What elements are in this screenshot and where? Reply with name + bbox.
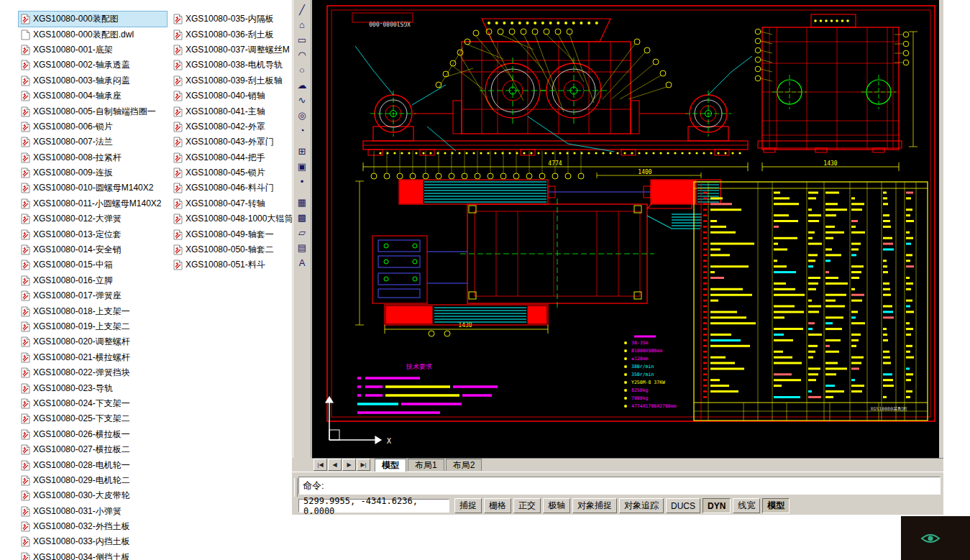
file-item[interactable]: XGS10080-030-大皮带轮 — [19, 488, 167, 503]
status-button-label: 正交 — [518, 500, 536, 512]
file-item[interactable]: XGS10080-034-侧挡土板 — [19, 550, 167, 560]
file-item[interactable]: XGS10080-000装配图 — [19, 12, 167, 27]
file-item[interactable]: XGS10080-031-小弹簧 — [19, 504, 167, 519]
file-item[interactable]: XGS10080-042-外罩 — [171, 119, 298, 134]
coordinate-readout[interactable]: 5299.9955, -4341.6236, 0.0000 — [298, 499, 449, 513]
tool-table[interactable]: ▤ — [294, 240, 310, 255]
file-item[interactable]: XGS10080-020-调整螺杆 — [19, 334, 167, 349]
file-item[interactable]: XGS10080-049-轴套一 — [171, 226, 298, 242]
file-item[interactable]: XGS10080-011-小圆螺母M140X2 — [19, 196, 167, 211]
tab-model[interactable]: 模型 — [375, 459, 406, 472]
file-item[interactable]: XGS10080-047-转轴 — [171, 196, 298, 211]
status-lwt[interactable]: 线宽 — [733, 498, 760, 513]
tool-insert-block[interactable]: ⊞ — [294, 144, 310, 159]
tool-ellipse-arc[interactable]: ◔ — [294, 123, 310, 138]
tool-revcloud[interactable]: ☁ — [294, 78, 310, 93]
status-dyn[interactable]: DYN — [703, 498, 731, 513]
file-item[interactable]: XGS10080-014-安全销 — [19, 242, 167, 257]
tool-ellipse[interactable]: ◎ — [294, 108, 310, 123]
file-item[interactable]: XGS10080-045-锁片 — [171, 165, 298, 180]
status-snap[interactable]: 捕捉 — [454, 498, 482, 513]
status-grid[interactable]: 栅格 — [484, 498, 511, 513]
file-item[interactable]: XGS10080-006-锁片 — [19, 119, 167, 134]
file-item[interactable]: XGS10080-041-主轴 — [171, 104, 298, 119]
file-item[interactable]: XGS10080-016-立脚 — [19, 273, 167, 288]
file-item[interactable]: XGS10080-023-导轨 — [19, 380, 167, 395]
file-item[interactable]: XGS10080-010-圆螺母M140X2 — [19, 180, 167, 196]
file-name: XGS10080-026-横拉板一 — [33, 428, 130, 441]
file-item[interactable]: XGS10080-036-刮土板 — [171, 27, 298, 42]
command-line[interactable]: 命令: — [298, 477, 941, 495]
file-item[interactable]: XGS10080-008-拉紧杆 — [19, 150, 167, 165]
file-item[interactable]: XGS10080-043-外罩门 — [171, 134, 298, 150]
drawing-canvas[interactable]: XGS10080-000 4774 1400 1430 1430 技术要求 XG… — [312, 0, 939, 458]
file-item[interactable]: XGS10080-004-轴承座 — [19, 88, 167, 104]
file-item[interactable]: XGS10080-005-自制轴端挡圈一 — [19, 104, 167, 119]
file-item[interactable]: XGS10080-032-外挡土板 — [19, 519, 167, 534]
file-item[interactable]: XGS10080-022-弹簧挡块 — [19, 365, 167, 380]
status-model[interactable]: 模型 — [762, 498, 790, 513]
status-otrack[interactable]: 对象追踪 — [619, 498, 664, 513]
file-item[interactable]: XGS10080-002-轴承透盖 — [19, 58, 167, 73]
file-item[interactable]: XGS10080-015-中箱 — [19, 257, 167, 272]
file-item[interactable]: XGS10080-009-连扳 — [19, 165, 167, 180]
file-item[interactable]: XGS10080-037-调整螺丝M — [171, 42, 298, 58]
dwg-file-icon — [21, 521, 30, 532]
tool-gradient[interactable]: ▩ — [294, 210, 310, 225]
tool-sep2[interactable] — [294, 189, 310, 195]
tab-group: 模型 布局1 布局2 — [373, 459, 482, 472]
dwg-file-icon — [21, 490, 30, 501]
file-item[interactable]: XGS10080-040-销轴 — [171, 88, 298, 104]
file-item[interactable]: XGS10080-044-把手 — [171, 150, 298, 165]
file-item[interactable]: XGS10080-039-刮土板轴 — [171, 73, 298, 88]
file-item[interactable]: XGS10080-046-料斗门 — [171, 180, 298, 196]
tabnav-first[interactable]: |◀ — [314, 459, 327, 471]
tool-hatch[interactable]: ▦ — [294, 195, 310, 210]
file-item[interactable]: XGS10080-012-大弹簧 — [19, 211, 167, 226]
tool-circle[interactable]: ○ — [294, 63, 310, 78]
file-item[interactable]: XGS10080-038-电机导轨 — [171, 58, 298, 73]
tool-arc[interactable]: ◠ — [294, 47, 310, 63]
file-item[interactable]: XGS10080-024-下支架一 — [19, 396, 167, 411]
tool-spline[interactable]: ∿ — [294, 93, 310, 108]
status-ducs[interactable]: DUCS — [666, 498, 700, 513]
status-osnap[interactable]: 对象捕捉 — [572, 498, 617, 513]
file-item[interactable]: XGS10080-003-轴承闷盖 — [19, 73, 167, 88]
file-item[interactable]: XGS10080-050-轴套二 — [171, 242, 298, 257]
file-item[interactable]: XGS10080-019-上支架二 — [19, 319, 167, 334]
tool-rectangle[interactable]: ▭ — [294, 32, 310, 47]
file-item[interactable]: XGS10080-017-弹簧座 — [19, 288, 167, 303]
file-item[interactable]: XGS10080-000装配图.dwl — [19, 27, 167, 42]
file-item[interactable]: XGS10080-021-横拉螺杆 — [19, 350, 167, 365]
file-item[interactable]: XGS10080-035-内隔板 — [171, 12, 298, 27]
tool-polygon[interactable]: ⌂ — [294, 17, 310, 32]
file-item[interactable]: XGS10080-029-电机轮二 — [19, 473, 167, 488]
file-item[interactable]: XGS10080-007-法兰 — [19, 134, 167, 150]
tab-layout1[interactable]: 布局1 — [408, 459, 444, 471]
tool-sep1[interactable] — [294, 138, 310, 144]
tabnav-prev[interactable]: ◀ — [328, 459, 342, 471]
file-item[interactable]: XGS10080-028-电机轮一 — [19, 457, 167, 472]
file-item[interactable]: XGS10080-026-横拉板一 — [19, 427, 167, 442]
file-item[interactable]: XGS10080-018-上支架一 — [19, 303, 167, 318]
file-item[interactable]: XGS10080-048-1000大辊筒 — [171, 211, 298, 226]
file-item[interactable]: XGS10080-025-下支架二 — [19, 411, 167, 426]
tool-make-block[interactable]: ▣ — [294, 159, 310, 174]
tab-layout2[interactable]: 布局2 — [446, 459, 482, 471]
file-item[interactable]: XGS10080-051-料斗 — [171, 257, 298, 272]
status-ortho[interactable]: 正交 — [513, 498, 541, 513]
status-polar[interactable]: 极轴 — [543, 498, 570, 513]
file-item[interactable]: XGS10080-027-横拉板二 — [19, 442, 167, 457]
tabnav-last[interactable]: ▶| — [357, 459, 370, 471]
tool-line[interactable]: ╱ — [294, 2, 310, 17]
tool-point[interactable]: • — [294, 174, 310, 189]
file-item[interactable]: XGS10080-001-底架 — [19, 42, 167, 58]
tool-region[interactable]: ▱ — [294, 225, 310, 240]
tool-text[interactable]: A — [294, 255, 310, 270]
file-item[interactable]: XGS10080-033-内挡土板 — [19, 534, 167, 549]
eye-icon[interactable] — [920, 531, 941, 546]
file-name: XGS10080-028-电机轮一 — [33, 459, 130, 472]
dwg-file-icon — [21, 475, 30, 486]
tabnav-next[interactable]: ▶ — [342, 459, 356, 471]
file-item[interactable]: XGS10080-013-定位套 — [19, 226, 167, 242]
